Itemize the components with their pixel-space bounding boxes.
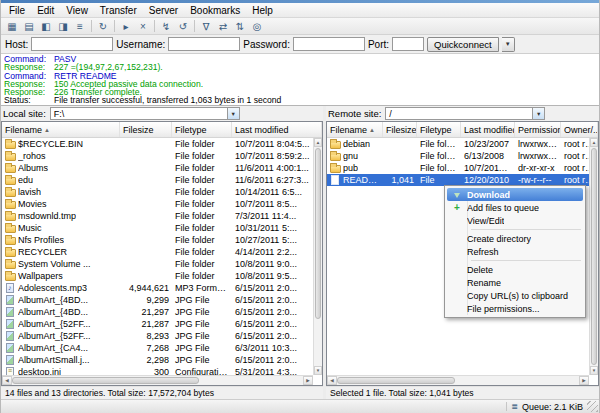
- column-header-name[interactable]: Filename▲: [327, 122, 383, 137]
- file-row[interactable]: System Volume ...File folder10/8/2011 9:…: [2, 258, 322, 270]
- remote-combo-dropdown-icon[interactable]: ▼: [532, 108, 544, 119]
- quickconnect-button[interactable]: Quickconnect: [427, 37, 499, 52]
- local-status-text: 14 files and 13 directories. Total size:…: [1, 386, 323, 399]
- filter-icon[interactable]: ∇: [198, 19, 214, 34]
- scroll-left-icon[interactable]: ◀: [327, 376, 337, 385]
- refresh-icon[interactable]: ↻: [95, 19, 111, 34]
- remote-tree-toggle-icon[interactable]: ◨: [55, 19, 71, 34]
- local-tree-toggle-icon[interactable]: ◧: [38, 19, 54, 34]
- cell-name: AlbumArt_{4BD...: [2, 307, 120, 317]
- site-manager-icon[interactable]: ▦: [4, 19, 20, 34]
- disconnect-icon[interactable]: ↯: [158, 19, 174, 34]
- file-row[interactable]: AlbumArt_{CA4...7,268JPG File6/3/2011 10…: [2, 342, 322, 354]
- directory-compare-icon[interactable]: ⇄: [215, 19, 231, 34]
- context-item-add-files-to-queue[interactable]: Add files to queue: [447, 201, 583, 214]
- context-item-view-edit[interactable]: View/Edit: [447, 214, 583, 227]
- file-row[interactable]: Nfs ProfilesFile folder10/27/2011 5:...: [2, 234, 322, 246]
- remote-horizontal-scrollbar[interactable]: ◀ ▶: [327, 375, 589, 385]
- cancel-operation-icon[interactable]: ×: [135, 19, 151, 34]
- cell-name: AlbumArt_{CA4...: [2, 343, 120, 353]
- column-header-modified[interactable]: Last modified: [232, 122, 322, 137]
- reconnect-icon[interactable]: ↺: [175, 19, 191, 34]
- local-vertical-scrollbar[interactable]: ▲ ▼: [313, 138, 322, 375]
- menu-file[interactable]: File: [3, 3, 31, 17]
- sync-browsing-icon[interactable]: ⇅: [232, 19, 248, 34]
- file-row[interactable]: pubFile folder10/7/2011 10:4...dr-xr-xr-…: [327, 162, 598, 174]
- scroll-down-icon[interactable]: ▼: [314, 366, 322, 375]
- file-row[interactable]: MoviesFile folder10/7/2011 8:5...: [2, 198, 322, 210]
- file-row[interactable]: AlbumArt_{4BD...9,299JPG File6/15/2011 2…: [2, 294, 322, 306]
- resize-grip[interactable]: [587, 401, 598, 412]
- file-row[interactable]: $RECYCLE.BINFile folder10/7/2011 8:04:5.…: [2, 138, 322, 150]
- remote-vscroll-thumb[interactable]: [591, 148, 597, 365]
- scroll-down-icon[interactable]: ▼: [590, 366, 598, 375]
- filename-text: AlbumArtSmall.j...: [18, 355, 90, 365]
- password-input[interactable]: [293, 37, 365, 51]
- file-row[interactable]: AlbumArt_{52FF...21,287JPG File6/15/2011…: [2, 318, 322, 330]
- remote-path-combo[interactable]: / ▼: [385, 107, 545, 120]
- file-row[interactable]: msdownld.tmpFile folder7/3/2011 11:4...: [2, 210, 322, 222]
- file-row[interactable]: MusicFile folder10/31/2011 5:...: [2, 222, 322, 234]
- local-path-value: F:\: [54, 109, 65, 119]
- file-row[interactable]: _rohosFile folder10/7/2011 8:59:2...: [2, 150, 322, 162]
- menu-item-label: Create directory: [467, 234, 531, 244]
- menu-bookmarks[interactable]: Bookmarks: [184, 3, 246, 17]
- file-row[interactable]: AlbumArtSmall.j...2,298JPG File6/15/2011…: [2, 354, 322, 366]
- quickconnect-dropdown-icon[interactable]: ▼: [502, 37, 515, 52]
- scroll-up-icon[interactable]: ▲: [590, 138, 598, 147]
- file-row[interactable]: AlbumsFile folder11/6/2011 4:00:1...: [2, 162, 322, 174]
- file-row[interactable]: AlbumArt_{52FF...8,293JPG File6/15/2011 …: [2, 330, 322, 342]
- column-header-modified[interactable]: Last modified: [461, 122, 515, 137]
- menu-server[interactable]: Server: [143, 3, 184, 17]
- column-header-owner[interactable]: Owner/...: [561, 122, 598, 137]
- local-combo-dropdown-icon[interactable]: ▼: [227, 108, 239, 119]
- remote-vertical-scrollbar[interactable]: ▲ ▼: [589, 138, 598, 375]
- filename-text: RECYCLER: [18, 247, 67, 257]
- context-item-download[interactable]: Download: [447, 188, 583, 201]
- context-item-create-directory[interactable]: Create directory: [447, 232, 583, 245]
- folder-icon: [330, 141, 341, 149]
- scroll-right-icon[interactable]: ▶: [303, 376, 313, 385]
- file-row[interactable]: RECYCLERFile folder4/14/2011 2:2...: [2, 246, 322, 258]
- scroll-right-icon[interactable]: ▶: [579, 376, 589, 385]
- column-header-perms[interactable]: Permissions: [515, 122, 561, 137]
- context-item-delete[interactable]: Delete: [447, 263, 583, 276]
- process-queue-icon[interactable]: ▸: [118, 19, 134, 34]
- column-header-size[interactable]: Filesize: [120, 122, 172, 137]
- context-item-rename[interactable]: Rename: [447, 276, 583, 289]
- context-item-refresh[interactable]: Refresh: [447, 245, 583, 258]
- file-row[interactable]: lavishFile folder10/14/2011 6:5...: [2, 186, 322, 198]
- remote-hscroll-thumb[interactable]: [337, 377, 455, 384]
- local-hscroll-thumb[interactable]: [12, 377, 199, 384]
- column-header-size[interactable]: Filesize: [383, 122, 417, 137]
- remote-column-headers: Filename▲FilesizeFiletypeLast modifiedPe…: [327, 122, 598, 138]
- file-row[interactable]: WallpapersFile folder10/8/2011 9:5...: [2, 270, 322, 282]
- scroll-up-icon[interactable]: ▲: [314, 138, 322, 147]
- menu-edit[interactable]: Edit: [31, 3, 60, 17]
- menu-transfer[interactable]: Transfer: [94, 3, 143, 17]
- find-files-icon[interactable]: ◎: [249, 19, 265, 34]
- file-row[interactable]: gnuFile folder6/13/2008lrwxrwxrwxroot ro…: [327, 150, 598, 162]
- message-log: Command:PASVResponse:227 =(194,97,2,67,1…: [1, 54, 599, 106]
- file-panes: Local site: F:\ ▼ Filename▲FilesizeFilet…: [1, 106, 599, 399]
- transfer-queue-toggle-icon[interactable]: ≡: [72, 19, 88, 34]
- menu-view[interactable]: View: [60, 3, 94, 17]
- file-row[interactable]: AlbumArt_{4BD...21,297JPG File6/15/2011 …: [2, 306, 322, 318]
- column-header-type[interactable]: Filetype: [417, 122, 461, 137]
- host-input[interactable]: [31, 37, 113, 51]
- context-item-file-permissions[interactable]: File permissions...: [447, 302, 583, 315]
- file-row[interactable]: eduFile folder11/6/2011 6:27:3...: [2, 174, 322, 186]
- menu-help[interactable]: Help: [246, 3, 279, 17]
- column-header-type[interactable]: Filetype: [172, 122, 232, 137]
- message-log-toggle-icon[interactable]: ▤: [21, 19, 37, 34]
- context-item-copy-urls-to-clipboard[interactable]: Copy URL(s) to clipboard: [447, 289, 583, 302]
- file-row[interactable]: debianFile folder10/23/2007lrwxrwxrwxroo…: [327, 138, 598, 150]
- column-header-name[interactable]: Filename▲: [2, 122, 120, 137]
- username-input[interactable]: [168, 37, 240, 51]
- scroll-left-icon[interactable]: ◀: [2, 376, 12, 385]
- local-vscroll-thumb[interactable]: [315, 148, 321, 319]
- port-input[interactable]: [392, 37, 424, 51]
- local-horizontal-scrollbar[interactable]: ◀ ▶: [2, 375, 313, 385]
- local-path-combo[interactable]: F:\ ▼: [50, 107, 240, 120]
- file-row[interactable]: Adolescents.mp34,944,621MP3 Format S...6…: [2, 282, 322, 294]
